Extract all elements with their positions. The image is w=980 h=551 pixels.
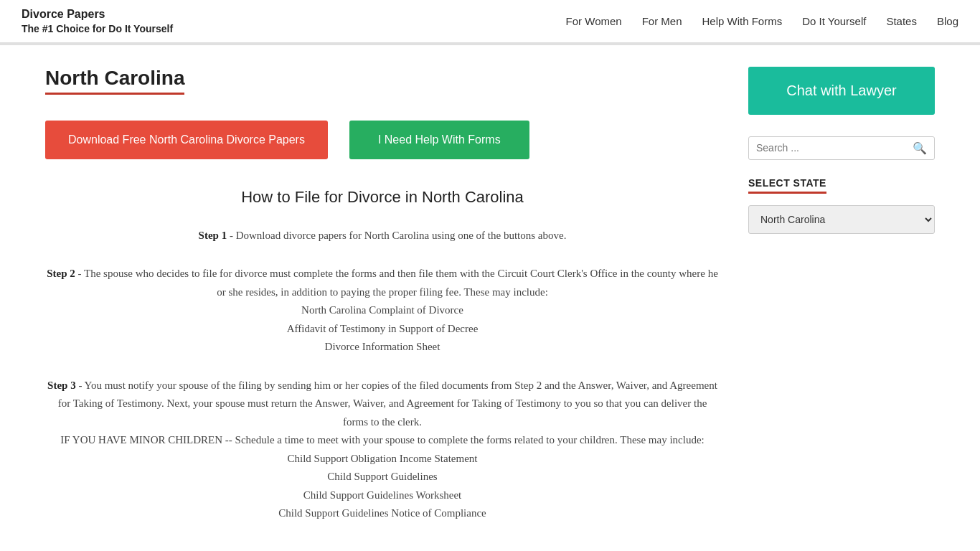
sidebar: Chat with Lawyer 🔍 SELECT STATE AlabamaA… bbox=[748, 67, 935, 543]
site-title-sub: The #1 Choice for Do It Yourself bbox=[22, 22, 173, 35]
step-1-text: Step 1 - Download divorce papers for Nor… bbox=[45, 227, 720, 245]
step-2-text: Step 2 - The spouse who decides to file … bbox=[45, 265, 720, 301]
step-1-label: Step 1 bbox=[199, 230, 227, 241]
step-3-text: Step 3 - You must notify your spouse of … bbox=[45, 377, 720, 432]
step-2-list-item-1: North Carolina Complaint of Divorce bbox=[45, 301, 720, 320]
step-3-list-item-3: Child Support Guidelines Worksheet bbox=[45, 486, 720, 505]
section-heading: How to File for Divorce in North Carolin… bbox=[45, 188, 720, 207]
step-3-block: Step 3 - You must notify your spouse of … bbox=[45, 377, 720, 523]
step-3-minor-children: IF YOU HAVE MINOR CHILDREN -- Schedule a… bbox=[45, 431, 720, 450]
nav-help-with-forms[interactable]: Help With Forms bbox=[702, 15, 783, 27]
state-title: North Carolina bbox=[45, 67, 184, 95]
chat-lawyer-button[interactable]: Chat with Lawyer bbox=[748, 67, 935, 115]
step-2-list-item-3: Divorce Information Sheet bbox=[45, 338, 720, 357]
download-button[interactable]: Download Free North Carolina Divorce Pap… bbox=[45, 121, 328, 159]
nav-for-women[interactable]: For Women bbox=[566, 15, 622, 27]
site-title-main: Divorce Papers bbox=[22, 7, 173, 22]
step-3-content: - You must notify your spouse of the fil… bbox=[58, 380, 717, 428]
nav-do-it-yourself[interactable]: Do It Yourself bbox=[802, 15, 866, 27]
step-3-list-item-1: Child Support Obligation Income Statemen… bbox=[45, 450, 720, 468]
step-2-list-item-2: Affidavit of Testimony in Support of Dec… bbox=[45, 320, 720, 339]
state-select[interactable]: AlabamaAlaskaArizonaArkansasCaliforniaCo… bbox=[748, 205, 935, 234]
step-3-label: Step 3 bbox=[47, 380, 76, 391]
step-1-content: - Download divorce papers for North Caro… bbox=[227, 230, 566, 241]
search-icon[interactable]: 🔍 bbox=[913, 141, 927, 155]
main-content: North Carolina Download Free North Carol… bbox=[45, 67, 720, 543]
nav-states[interactable]: States bbox=[886, 15, 917, 27]
search-box: 🔍 bbox=[748, 136, 935, 160]
select-state-label: SELECT STATE bbox=[748, 177, 826, 194]
nav-blog[interactable]: Blog bbox=[937, 15, 958, 27]
site-branding: Divorce Papers The #1 Choice for Do It Y… bbox=[22, 7, 173, 35]
search-input[interactable] bbox=[756, 142, 913, 154]
page-layout: North Carolina Download Free North Carol… bbox=[24, 45, 956, 551]
main-nav: For Women For Men Help With Forms Do It … bbox=[566, 15, 958, 27]
site-header: Divorce Papers The #1 Choice for Do It Y… bbox=[0, 0, 980, 43]
step-2-content: - The spouse who decides to file for div… bbox=[75, 268, 718, 298]
action-buttons-row: Download Free North Carolina Divorce Pap… bbox=[45, 121, 720, 159]
step-3-list-item-2: Child Support Guidelines bbox=[45, 468, 720, 486]
step-1-block: Step 1 - Download divorce papers for Nor… bbox=[45, 227, 720, 245]
step-3-list-item-4: Child Support Guidelines Notice of Compl… bbox=[45, 504, 720, 523]
nav-for-men[interactable]: For Men bbox=[642, 15, 682, 27]
step-2-block: Step 2 - The spouse who decides to file … bbox=[45, 265, 720, 357]
step-2-label: Step 2 bbox=[47, 268, 75, 279]
help-button[interactable]: I Need Help With Forms bbox=[349, 121, 529, 159]
